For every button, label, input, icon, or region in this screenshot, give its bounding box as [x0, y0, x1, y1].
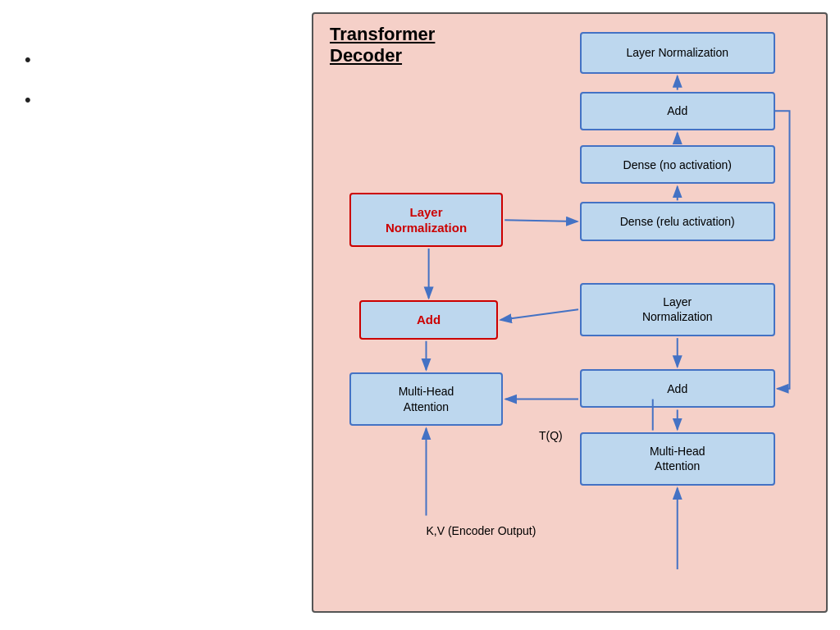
bullet-1	[25, 49, 279, 73]
diagram-container: TransformerDecoder Layer NormalizationAd…	[312, 12, 828, 613]
dense-no: Dense (no activation)	[580, 145, 775, 184]
diagram-label: T(Q)	[539, 429, 563, 442]
add-right: Add	[580, 369, 775, 408]
right-panel: TransformerDecoder Layer NormalizationAd…	[304, 0, 840, 630]
bullet-list	[25, 49, 279, 130]
diagram-title: TransformerDecoder	[330, 24, 435, 67]
add-mid: Add	[359, 300, 498, 339]
mha-right: Multi-HeadAttention	[580, 432, 775, 486]
ln-top: Layer Normalization	[580, 32, 775, 74]
svg-line-3	[504, 220, 578, 221]
ln-mid: LayerNormalization	[349, 193, 504, 247]
svg-line-7	[500, 309, 578, 320]
diagram-label: K,V (Encoder Output)	[427, 524, 536, 537]
add-top: Add	[580, 92, 775, 130]
dense-relu: Dense (relu activation)	[580, 202, 775, 240]
mha-left: Multi-HeadAttention	[349, 372, 504, 427]
ln-right: LayerNormalization	[580, 283, 775, 337]
left-panel	[0, 0, 304, 630]
bullet-2	[25, 89, 279, 113]
